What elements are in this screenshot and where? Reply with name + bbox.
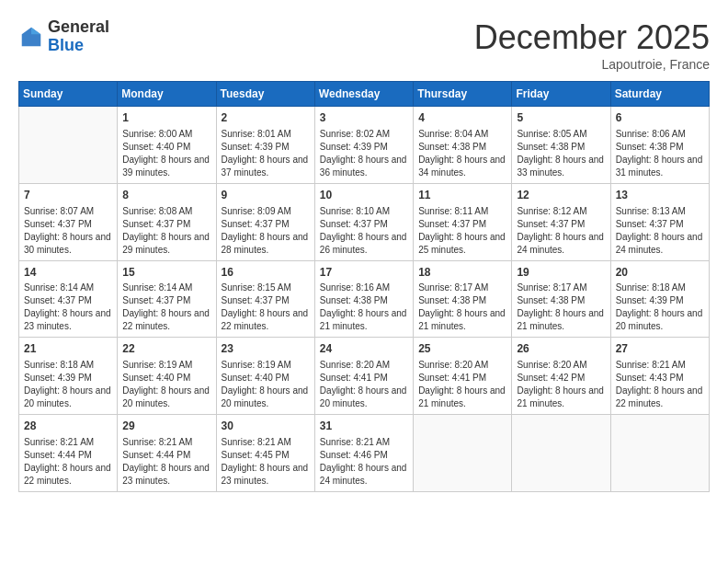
day-number: 11: [418, 188, 506, 203]
calendar-header: SundayMondayTuesdayWednesdayThursdayFrid…: [19, 82, 710, 107]
calendar-cell: 9Sunrise: 8:09 AMSunset: 4:37 PMDaylight…: [216, 183, 314, 260]
day-info: Sunrise: 8:10 AMSunset: 4:37 PMDaylight:…: [320, 205, 408, 257]
calendar-week-row: 28Sunrise: 8:21 AMSunset: 4:44 PMDayligh…: [19, 415, 710, 492]
logo-icon: [18, 24, 44, 50]
day-number: 17: [320, 265, 408, 281]
calendar-cell: 3Sunrise: 8:02 AMSunset: 4:39 PMDaylight…: [314, 107, 413, 184]
calendar-cell: 26Sunrise: 8:20 AMSunset: 4:42 PMDayligh…: [512, 338, 610, 415]
calendar-cell: 20Sunrise: 8:18 AMSunset: 4:39 PMDayligh…: [610, 260, 709, 338]
calendar-cell: 1Sunrise: 8:00 AMSunset: 4:40 PMDaylight…: [118, 107, 216, 184]
weekday-header: Saturday: [610, 82, 709, 107]
weekday-header: Thursday: [414, 82, 512, 107]
logo: General Blue: [18, 18, 109, 55]
day-number: 27: [616, 341, 704, 357]
calendar-cell: 14Sunrise: 8:14 AMSunset: 4:37 PMDayligh…: [19, 260, 118, 338]
calendar-cell: 11Sunrise: 8:11 AMSunset: 4:37 PMDayligh…: [414, 183, 512, 260]
calendar-cell: 21Sunrise: 8:18 AMSunset: 4:39 PMDayligh…: [19, 338, 118, 415]
day-number: 18: [418, 265, 506, 281]
day-info: Sunrise: 8:06 AMSunset: 4:38 PMDaylight:…: [616, 128, 704, 179]
logo-general: General: [48, 17, 109, 36]
calendar-cell: 18Sunrise: 8:17 AMSunset: 4:38 PMDayligh…: [414, 260, 512, 338]
day-info: Sunrise: 8:18 AMSunset: 4:39 PMDaylight:…: [616, 282, 704, 333]
calendar-table: SundayMondayTuesdayWednesdayThursdayFrid…: [18, 81, 710, 492]
calendar-cell: [512, 415, 610, 492]
calendar-cell: 5Sunrise: 8:05 AMSunset: 4:38 PMDaylight…: [512, 107, 610, 184]
day-number: 29: [122, 419, 210, 434]
calendar-cell: 24Sunrise: 8:20 AMSunset: 4:41 PMDayligh…: [314, 338, 413, 415]
calendar-week-row: 7Sunrise: 8:07 AMSunset: 4:37 PMDaylight…: [19, 183, 710, 260]
day-info: Sunrise: 8:15 AMSunset: 4:37 PMDaylight:…: [222, 282, 310, 333]
day-info: Sunrise: 8:17 AMSunset: 4:38 PMDaylight:…: [418, 282, 506, 333]
day-number: 15: [122, 265, 210, 281]
day-number: 1: [122, 110, 210, 126]
day-number: 19: [517, 265, 605, 281]
day-number: 26: [517, 341, 605, 357]
day-info: Sunrise: 8:11 AMSunset: 4:37 PMDaylight:…: [418, 205, 506, 257]
calendar-week-row: 14Sunrise: 8:14 AMSunset: 4:37 PMDayligh…: [19, 260, 710, 338]
day-info: Sunrise: 8:21 AMSunset: 4:44 PMDaylight:…: [122, 436, 210, 488]
calendar-cell: 29Sunrise: 8:21 AMSunset: 4:44 PMDayligh…: [118, 415, 216, 492]
calendar-cell: [610, 415, 709, 492]
day-number: 16: [222, 265, 310, 281]
day-info: Sunrise: 8:04 AMSunset: 4:38 PMDaylight:…: [418, 128, 506, 179]
day-number: 4: [418, 110, 506, 126]
day-number: 3: [320, 110, 408, 126]
day-info: Sunrise: 8:08 AMSunset: 4:37 PMDaylight:…: [122, 205, 210, 257]
day-number: 28: [24, 419, 112, 434]
day-number: 5: [517, 110, 605, 126]
day-number: 7: [24, 188, 112, 203]
calendar-cell: 30Sunrise: 8:21 AMSunset: 4:45 PMDayligh…: [216, 415, 314, 492]
calendar-cell: 23Sunrise: 8:19 AMSunset: 4:40 PMDayligh…: [216, 338, 314, 415]
day-info: Sunrise: 8:07 AMSunset: 4:37 PMDaylight:…: [24, 205, 112, 257]
day-info: Sunrise: 8:20 AMSunset: 4:41 PMDaylight:…: [320, 359, 408, 410]
day-number: 2: [222, 110, 310, 126]
logo-blue: Blue: [48, 36, 84, 54]
calendar-cell: 22Sunrise: 8:19 AMSunset: 4:40 PMDayligh…: [118, 338, 216, 415]
calendar-cell: 28Sunrise: 8:21 AMSunset: 4:44 PMDayligh…: [19, 415, 118, 492]
title-block: December 2025 Lapoutroie, France: [474, 18, 710, 72]
calendar-cell: 7Sunrise: 8:07 AMSunset: 4:37 PMDaylight…: [19, 183, 118, 260]
calendar-cell: 6Sunrise: 8:06 AMSunset: 4:38 PMDaylight…: [610, 107, 709, 184]
calendar-cell: 4Sunrise: 8:04 AMSunset: 4:38 PMDaylight…: [414, 107, 512, 184]
day-info: Sunrise: 8:14 AMSunset: 4:37 PMDaylight:…: [24, 282, 112, 333]
day-number: 9: [222, 188, 310, 203]
calendar-cell: 19Sunrise: 8:17 AMSunset: 4:38 PMDayligh…: [512, 260, 610, 338]
day-number: 24: [320, 341, 408, 357]
day-number: 22: [122, 341, 210, 357]
location: Lapoutroie, France: [474, 57, 710, 72]
day-info: Sunrise: 8:12 AMSunset: 4:37 PMDaylight:…: [517, 205, 605, 257]
calendar-cell: 15Sunrise: 8:14 AMSunset: 4:37 PMDayligh…: [118, 260, 216, 338]
day-info: Sunrise: 8:14 AMSunset: 4:37 PMDaylight:…: [122, 282, 210, 333]
calendar-week-row: 1Sunrise: 8:00 AMSunset: 4:40 PMDaylight…: [19, 107, 710, 184]
calendar-cell: 16Sunrise: 8:15 AMSunset: 4:37 PMDayligh…: [216, 260, 314, 338]
weekday-header: Tuesday: [216, 82, 314, 107]
svg-marker-1: [31, 28, 40, 34]
calendar-body: 1Sunrise: 8:00 AMSunset: 4:40 PMDaylight…: [19, 107, 710, 492]
day-number: 25: [418, 341, 506, 357]
day-number: 23: [222, 341, 310, 357]
day-info: Sunrise: 8:02 AMSunset: 4:39 PMDaylight:…: [320, 128, 408, 179]
calendar-cell: 8Sunrise: 8:08 AMSunset: 4:37 PMDaylight…: [118, 183, 216, 260]
calendar-cell: 12Sunrise: 8:12 AMSunset: 4:37 PMDayligh…: [512, 183, 610, 260]
day-info: Sunrise: 8:20 AMSunset: 4:42 PMDaylight:…: [517, 359, 605, 410]
day-info: Sunrise: 8:21 AMSunset: 4:43 PMDaylight:…: [616, 359, 704, 410]
weekday-header-row: SundayMondayTuesdayWednesdayThursdayFrid…: [19, 82, 710, 107]
calendar-cell: 13Sunrise: 8:13 AMSunset: 4:37 PMDayligh…: [610, 183, 709, 260]
day-number: 14: [24, 265, 112, 281]
calendar-cell: [414, 415, 512, 492]
day-info: Sunrise: 8:19 AMSunset: 4:40 PMDaylight:…: [222, 359, 310, 410]
day-number: 13: [616, 188, 704, 203]
day-number: 10: [320, 188, 408, 203]
page-header: General Blue December 2025 Lapoutroie, F…: [18, 18, 710, 72]
day-info: Sunrise: 8:21 AMSunset: 4:46 PMDaylight:…: [320, 436, 408, 488]
day-number: 31: [320, 419, 408, 434]
day-info: Sunrise: 8:19 AMSunset: 4:40 PMDaylight:…: [122, 359, 210, 410]
logo-text: General Blue: [48, 18, 109, 55]
day-number: 12: [517, 188, 605, 203]
calendar-week-row: 21Sunrise: 8:18 AMSunset: 4:39 PMDayligh…: [19, 338, 710, 415]
calendar-cell: 10Sunrise: 8:10 AMSunset: 4:37 PMDayligh…: [314, 183, 413, 260]
weekday-header: Monday: [118, 82, 216, 107]
day-info: Sunrise: 8:18 AMSunset: 4:39 PMDaylight:…: [24, 359, 112, 410]
day-info: Sunrise: 8:01 AMSunset: 4:39 PMDaylight:…: [222, 128, 310, 179]
day-info: Sunrise: 8:21 AMSunset: 4:45 PMDaylight:…: [222, 436, 310, 488]
